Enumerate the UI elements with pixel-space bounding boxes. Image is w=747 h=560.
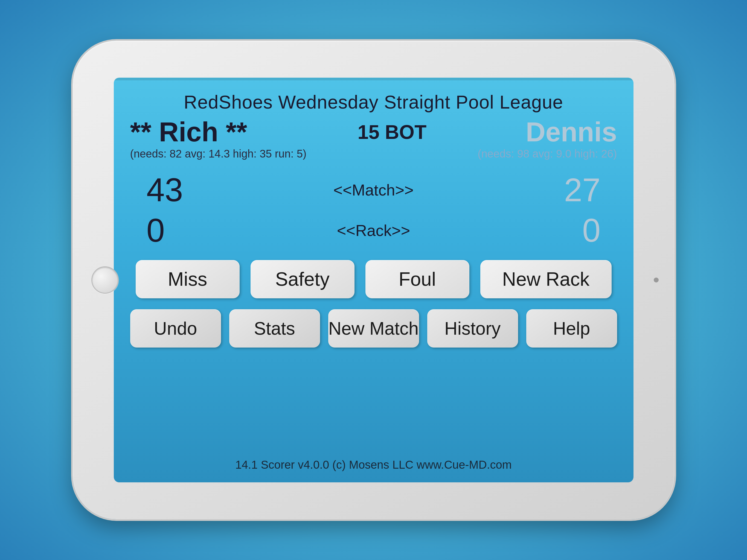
league-title: RedShoes Wednesday Straight Pool League bbox=[130, 91, 617, 113]
player-left-match-score: 43 bbox=[130, 171, 298, 209]
player-left-stats: (needs: 82 avg: 14.3 high: 35 run: 5) bbox=[130, 148, 307, 160]
footer: 14.1 Scorer v4.0.0 (c) Mosens LLC www.Cu… bbox=[130, 453, 617, 474]
player-right-name: Dennis bbox=[526, 118, 617, 145]
history-button[interactable]: History bbox=[427, 309, 518, 348]
safety-button[interactable]: Safety bbox=[251, 260, 355, 298]
rack-label: <<Rack>> bbox=[298, 221, 449, 240]
player-right-block: Dennis (needs: 98 avg: 9.0 high: 26) bbox=[478, 118, 617, 160]
stats-button[interactable]: Stats bbox=[229, 309, 320, 348]
new-rack-button[interactable]: New Rack bbox=[480, 260, 612, 298]
match-scores-row: 43 <<Match>> 27 bbox=[130, 171, 617, 209]
new-match-button[interactable]: New Match bbox=[328, 309, 419, 348]
ball-indicator: 15 BOT bbox=[358, 118, 427, 143]
screen: RedShoes Wednesday Straight Pool League … bbox=[114, 78, 634, 482]
action-buttons-row: Miss Safety Foul New Rack bbox=[130, 260, 617, 298]
home-button[interactable] bbox=[92, 266, 119, 294]
player-right-rack-score: 0 bbox=[449, 211, 617, 249]
match-label: <<Match>> bbox=[298, 181, 449, 199]
help-button[interactable]: Help bbox=[526, 309, 617, 348]
player-right-match-score: 27 bbox=[449, 171, 617, 209]
players-header: ** Rich ** (needs: 82 avg: 14.3 high: 35… bbox=[130, 118, 617, 160]
screen-content: RedShoes Wednesday Straight Pool League … bbox=[114, 80, 634, 482]
foul-button[interactable]: Foul bbox=[365, 260, 469, 298]
player-right-stats: (needs: 98 avg: 9.0 high: 26) bbox=[478, 148, 617, 160]
player-left-rack-score: 0 bbox=[130, 211, 298, 249]
tablet-frame: RedShoes Wednesday Straight Pool League … bbox=[73, 41, 674, 519]
player-left-block: ** Rich ** (needs: 82 avg: 14.3 high: 35… bbox=[130, 118, 307, 160]
miss-button[interactable]: Miss bbox=[136, 260, 240, 298]
top-bar bbox=[114, 78, 634, 80]
side-dot bbox=[654, 277, 659, 283]
player-left-name: ** Rich ** bbox=[130, 118, 247, 145]
undo-button[interactable]: Undo bbox=[130, 309, 221, 348]
rack-scores-row: 0 <<Rack>> 0 bbox=[130, 211, 617, 249]
bottom-buttons-row: Undo Stats New Match History Help bbox=[130, 309, 617, 348]
